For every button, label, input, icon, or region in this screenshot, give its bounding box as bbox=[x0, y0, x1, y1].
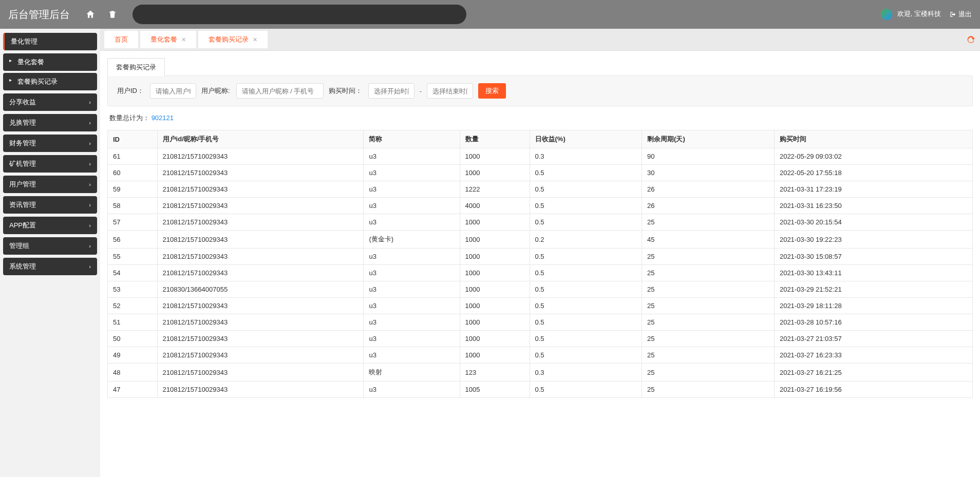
cell-qty: 1000 bbox=[460, 165, 530, 181]
cell-id: 48 bbox=[108, 364, 158, 381]
cell-rate: 0.3 bbox=[530, 148, 642, 165]
sidebar-item-0[interactable]: 量化管理 bbox=[3, 33, 97, 50]
cell-name: u3 bbox=[364, 181, 460, 198]
chevron-right-icon: › bbox=[89, 140, 91, 146]
cell-name: u3 bbox=[364, 331, 460, 347]
sidebar-item-5[interactable]: 用户管理› bbox=[3, 176, 97, 193]
cell-user: 210812/15710029343 bbox=[157, 347, 364, 364]
cell-user: 210812/15710029343 bbox=[157, 249, 364, 265]
cell-id: 57 bbox=[108, 214, 158, 231]
logout-button[interactable]: 退出 bbox=[949, 10, 972, 19]
cell-rate: 0.2 bbox=[530, 231, 642, 249]
cell-rate: 0.5 bbox=[530, 198, 642, 214]
cell-time: 2021-03-29 21:52:21 bbox=[774, 281, 972, 298]
user-id-input[interactable] bbox=[150, 83, 196, 99]
cell-rate: 0.5 bbox=[530, 381, 642, 398]
time-dash: - bbox=[420, 87, 422, 95]
cell-user: 210812/15710029343 bbox=[157, 265, 364, 281]
tab-0[interactable]: 首页 bbox=[104, 31, 138, 48]
tab-1[interactable]: 量化套餐✕ bbox=[140, 31, 196, 48]
cell-name: u3 bbox=[364, 214, 460, 231]
cell-days: 25 bbox=[642, 249, 775, 265]
cell-days: 45 bbox=[642, 231, 775, 249]
cell-id: 60 bbox=[108, 165, 158, 181]
cell-rate: 0.5 bbox=[530, 181, 642, 198]
cell-days: 25 bbox=[642, 381, 775, 398]
table-row: 56210812/15710029343(黄金卡)10000.2452021-0… bbox=[108, 231, 973, 249]
trash-icon[interactable] bbox=[108, 10, 117, 19]
home-icon[interactable] bbox=[85, 9, 96, 20]
cell-time: 2021-03-31 17:23:19 bbox=[774, 181, 972, 198]
sidebar-item-7[interactable]: APP配置› bbox=[3, 217, 97, 234]
search-button[interactable]: 搜索 bbox=[478, 83, 506, 99]
refresh-icon[interactable] bbox=[966, 34, 976, 45]
sidebar-item-9[interactable]: 系统管理› bbox=[3, 258, 97, 275]
table-row: 49210812/15710029343u310000.5252021-03-2… bbox=[108, 347, 973, 364]
cell-qty: 1000 bbox=[460, 298, 530, 314]
cell-name: u3 bbox=[364, 298, 460, 314]
cell-id: 58 bbox=[108, 198, 158, 214]
cell-time: 2021-03-27 16:19:56 bbox=[774, 381, 972, 398]
cell-time: 2021-03-31 16:23:50 bbox=[774, 198, 972, 214]
cell-name: u3 bbox=[364, 198, 460, 214]
close-icon[interactable]: ✕ bbox=[181, 36, 186, 43]
chevron-right-icon: › bbox=[89, 181, 91, 187]
app-logo: 后台管理后台 bbox=[8, 8, 70, 22]
user-id-label: 用户ID： bbox=[117, 86, 144, 96]
cell-days: 25 bbox=[642, 281, 775, 298]
table-row: 48210812/15710029343映射1230.3252021-03-27… bbox=[108, 364, 973, 381]
cell-rate: 0.5 bbox=[530, 314, 642, 331]
sidebar-subitem-0-1[interactable]: 套餐购买记录 bbox=[3, 73, 97, 90]
cell-time: 2022-05-29 09:03:02 bbox=[774, 148, 972, 165]
sidebar-item-4[interactable]: 矿机管理› bbox=[3, 155, 97, 173]
table-row: 55210812/15710029343u310000.5252021-03-3… bbox=[108, 249, 973, 265]
nickname-input[interactable] bbox=[236, 83, 324, 99]
table-row: 47210812/15710029343u310050.5252021-03-2… bbox=[108, 381, 973, 398]
cell-name: u3 bbox=[364, 265, 460, 281]
cell-id: 56 bbox=[108, 231, 158, 249]
cell-qty: 1005 bbox=[460, 381, 530, 398]
sidebar-item-1[interactable]: 分享收益› bbox=[3, 93, 97, 111]
panel-tab[interactable]: 套餐购买记录 bbox=[107, 58, 165, 76]
cell-name: u3 bbox=[364, 249, 460, 265]
close-icon[interactable]: ✕ bbox=[253, 36, 257, 43]
cell-id: 52 bbox=[108, 298, 158, 314]
cell-rate: 0.5 bbox=[530, 298, 642, 314]
nickname-label: 用户昵称: bbox=[201, 86, 230, 96]
sidebar-item-6[interactable]: 资讯管理› bbox=[3, 196, 97, 214]
col-header-4: 日收益(%) bbox=[530, 130, 642, 148]
global-search-input[interactable] bbox=[133, 5, 466, 24]
tab-2[interactable]: 套餐购买记录✕ bbox=[198, 31, 268, 48]
sidebar-item-8[interactable]: 管理组› bbox=[3, 237, 97, 255]
sidebar-item-2[interactable]: 兑换管理› bbox=[3, 114, 97, 131]
cell-name: u3 bbox=[364, 281, 460, 298]
cell-user: 210812/15710029343 bbox=[157, 231, 364, 249]
cell-qty: 1000 bbox=[460, 148, 530, 165]
cell-days: 25 bbox=[642, 314, 775, 331]
cell-user: 210812/15710029343 bbox=[157, 298, 364, 314]
cell-rate: 0.5 bbox=[530, 249, 642, 265]
welcome-label: 欢迎, 宝楼科技 bbox=[897, 10, 941, 17]
cell-user: 210812/15710029343 bbox=[157, 181, 364, 198]
start-time-input[interactable] bbox=[368, 83, 414, 99]
cell-id: 50 bbox=[108, 331, 158, 347]
table-row: 60210812/15710029343u310000.5302022-05-2… bbox=[108, 165, 973, 181]
cell-qty: 1000 bbox=[460, 231, 530, 249]
header-user-area: 欢迎, 宝楼科技 退出 bbox=[881, 9, 972, 20]
cell-id: 51 bbox=[108, 314, 158, 331]
cell-days: 26 bbox=[642, 181, 775, 198]
cell-time: 2021-03-27 16:21:25 bbox=[774, 364, 972, 381]
sidebar: 量化管理量化套餐套餐购买记录分享收益›兑换管理›财务管理›矿机管理›用户管理›资… bbox=[0, 29, 100, 477]
col-header-5: 剩余周期(天) bbox=[642, 130, 775, 148]
sidebar-subitem-0-0[interactable]: 量化套餐 bbox=[3, 53, 97, 71]
records-table: ID用户id/昵称/手机号简称数量日收益(%)剩余周期(天)购买时间 61210… bbox=[107, 130, 973, 398]
cell-qty: 1000 bbox=[460, 331, 530, 347]
sidebar-item-3[interactable]: 财务管理› bbox=[3, 135, 97, 152]
cell-qty: 1000 bbox=[460, 347, 530, 364]
cell-qty: 1000 bbox=[460, 314, 530, 331]
total-label: 数量总计为： bbox=[109, 114, 149, 122]
cell-time: 2021-03-30 13:43:11 bbox=[774, 265, 972, 281]
end-time-input[interactable] bbox=[427, 83, 473, 99]
cell-days: 26 bbox=[642, 198, 775, 214]
table-row: 50210812/15710029343u310000.5252021-03-2… bbox=[108, 331, 973, 347]
